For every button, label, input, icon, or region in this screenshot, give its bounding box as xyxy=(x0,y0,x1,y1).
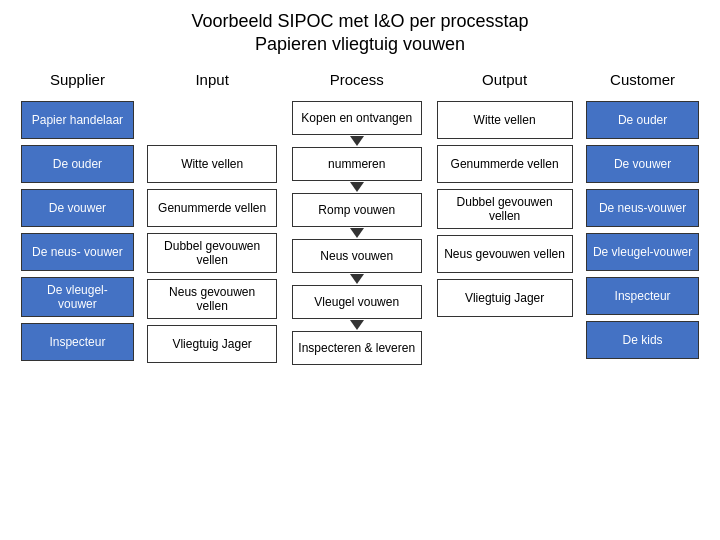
supplier-column: Supplier Papier handelaar De ouder De vo… xyxy=(15,71,140,530)
process-item-5: Inspecteren & leveren xyxy=(292,331,422,365)
process-item-3: Neus vouwen xyxy=(292,239,422,273)
supplier-item-0: Papier handelaar xyxy=(21,101,133,139)
process-header: Process xyxy=(330,71,384,93)
customer-item-2: De neus-vouwer xyxy=(586,189,698,227)
output-item-5-empty xyxy=(437,323,573,361)
output-item-3: Neus gevouwen vellen xyxy=(437,235,573,273)
input-item-3: Dubbel gevouwen vellen xyxy=(147,233,277,273)
output-column: Output Witte vellen Genummerde vellen Du… xyxy=(429,71,580,530)
input-item-0-empty xyxy=(147,101,277,139)
supplier-item-1: De ouder xyxy=(21,145,133,183)
supplier-item-3: De neus- vouwer xyxy=(21,233,133,271)
customer-item-5: De kids xyxy=(586,321,698,359)
process-arrow-3 xyxy=(350,274,364,284)
process-arrow-2 xyxy=(350,228,364,238)
sipoc-table: Supplier Papier handelaar De ouder De vo… xyxy=(15,71,705,530)
page-title: Voorbeeld SIPOC met I&O per processtap P… xyxy=(191,10,528,57)
output-header: Output xyxy=(482,71,527,93)
process-item-1: nummeren xyxy=(292,147,422,181)
customer-item-0: De ouder xyxy=(586,101,698,139)
customer-item-3: De vleugel-vouwer xyxy=(586,233,698,271)
process-cells: Kopen en ontvangen nummeren Romp vouwen … xyxy=(292,101,422,365)
customer-item-1: De vouwer xyxy=(586,145,698,183)
input-item-2: Genummerde vellen xyxy=(147,189,277,227)
input-item-1: Witte vellen xyxy=(147,145,277,183)
customer-column: Customer De ouder De vouwer De neus-vouw… xyxy=(580,71,705,530)
customer-header: Customer xyxy=(610,71,675,93)
input-item-5: Vliegtuig Jager xyxy=(147,325,277,363)
process-item-4: Vleugel vouwen xyxy=(292,285,422,319)
input-item-4: Neus gevouwen vellen xyxy=(147,279,277,319)
output-item-1: Genummerde vellen xyxy=(437,145,573,183)
input-header: Input xyxy=(195,71,228,93)
process-arrow-4 xyxy=(350,320,364,330)
output-item-2: Dubbel gevouwen vellen xyxy=(437,189,573,229)
output-item-4: Vliegtuig Jager xyxy=(437,279,573,317)
process-arrow-0 xyxy=(350,136,364,146)
input-column: Input Witte vellen Genummerde vellen Dub… xyxy=(140,71,285,530)
customer-item-4: Inspecteur xyxy=(586,277,698,315)
process-column: Process Kopen en ontvangen nummeren Romp… xyxy=(284,71,429,530)
supplier-item-2: De vouwer xyxy=(21,189,133,227)
output-item-0: Witte vellen xyxy=(437,101,573,139)
process-item-0: Kopen en ontvangen xyxy=(292,101,422,135)
supplier-item-5: Inspecteur xyxy=(21,323,133,361)
process-item-2: Romp vouwen xyxy=(292,193,422,227)
process-arrow-1 xyxy=(350,182,364,192)
supplier-item-4: De vleugel- vouwer xyxy=(21,277,133,317)
supplier-header: Supplier xyxy=(50,71,105,93)
